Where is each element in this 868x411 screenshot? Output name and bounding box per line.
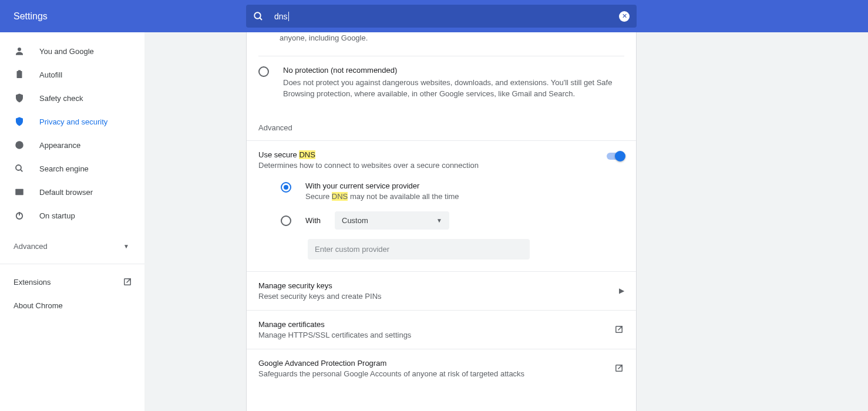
sidebar-item-label: Search engine (39, 164, 89, 173)
dns-option-with-custom[interactable]: With Custom ▼ (281, 207, 624, 234)
gapp-desc: Safeguards the personal Google Accounts … (258, 369, 524, 378)
sidebar-item-search-engine[interactable]: Search engine (0, 157, 144, 180)
svg-rect-8 (15, 189, 23, 196)
svg-point-0 (254, 12, 261, 19)
svg-point-6 (16, 165, 21, 170)
sidebar-item-label: You and Google (39, 47, 94, 56)
sidebar-about-chrome[interactable]: About Chrome (0, 294, 144, 317)
svg-rect-3 (17, 71, 22, 78)
sidebar-item-privacy-security[interactable]: Privacy and security (0, 110, 144, 133)
search-input[interactable]: dns (274, 12, 289, 21)
sidebar-advanced-label: Advanced (14, 242, 48, 251)
radio-unchecked-icon[interactable] (258, 66, 269, 77)
sidebar-item-label: Appearance (39, 141, 80, 150)
sidebar-item-safety-check[interactable]: Safety check (0, 86, 144, 110)
sidebar-item-label: Autofill (39, 70, 62, 79)
manage-certificates-row[interactable]: Manage certificates Manage HTTPS/SSL cer… (247, 311, 636, 349)
sidebar-item-on-startup[interactable]: On startup (0, 204, 144, 227)
search-icon (253, 11, 264, 22)
no-protection-title: No protection (not recommended) (283, 66, 624, 75)
advanced-section-header: Advanced (247, 109, 636, 140)
clipboard-icon (14, 69, 25, 80)
sidebar-item-label: Safety check (39, 94, 83, 103)
sidebar-item-label: Privacy and security (39, 117, 107, 126)
sidebar-item-label: Default browser (39, 188, 93, 197)
highlight: DNS (332, 192, 348, 201)
radio-unchecked-icon[interactable] (281, 215, 291, 226)
certificates-title: Manage certificates (258, 320, 411, 329)
palette-icon (14, 140, 25, 150)
power-icon (14, 210, 25, 221)
shield-icon (14, 116, 25, 127)
secure-dns-toggle[interactable] (607, 153, 624, 160)
security-keys-title: Manage security keys (258, 281, 382, 290)
certificates-desc: Manage HTTPS/SSL certificates and settin… (258, 331, 411, 339)
svg-point-5 (15, 141, 23, 149)
settings-content: anyone, including Google. No protection … (246, 32, 637, 411)
svg-rect-4 (18, 70, 21, 72)
sidebar-advanced-toggle[interactable]: Advanced ▼ (0, 234, 144, 258)
dns-with-label: With (305, 216, 321, 225)
chevron-down-icon: ▼ (123, 243, 129, 250)
custom-dns-input[interactable] (308, 239, 530, 260)
manage-security-keys-row[interactable]: Manage security keys Reset security keys… (247, 272, 636, 310)
svg-point-2 (18, 48, 21, 51)
search-container[interactable]: dns ✕ (246, 5, 637, 28)
page-title: Settings (14, 11, 48, 22)
no-protection-desc: Does not protect you against dangerous w… (283, 77, 624, 100)
chevron-down-icon: ▼ (436, 217, 442, 224)
external-link-icon (614, 363, 624, 373)
select-value: Custom (342, 216, 368, 225)
no-protection-option[interactable]: No protection (not recommended) Does not… (247, 56, 636, 109)
dns-provider-select[interactable]: Custom ▼ (335, 211, 449, 230)
sidebar-item-autofill[interactable]: Autofill (0, 63, 144, 86)
security-keys-desc: Reset security keys and create PINs (258, 292, 382, 301)
dns-option-current-provider[interactable]: With your current service provider Secur… (281, 176, 624, 207)
sidebar-item-label: On startup (39, 211, 75, 220)
dns-opt1-title: With your current service provider (305, 181, 624, 190)
svg-line-7 (21, 170, 22, 171)
search-icon (14, 163, 25, 174)
sidebar: You and Google Autofill Safety check Pri… (0, 32, 144, 411)
sidebar-item-appearance[interactable]: Appearance (0, 133, 144, 157)
gapp-title: Google Advanced Protection Program (258, 359, 524, 368)
secure-dns-title: Use secure DNS (258, 150, 607, 159)
dns-opt1-desc: Secure DNS may not be available all the … (305, 192, 624, 201)
secure-dns-row: Use secure DNS Determines how to connect… (247, 141, 636, 170)
external-link-icon (122, 277, 133, 287)
google-advanced-protection-row[interactable]: Google Advanced Protection Program Safeg… (247, 349, 636, 388)
highlight: DNS (299, 150, 315, 159)
sidebar-extensions-label: Extensions (14, 278, 51, 287)
sidebar-item-default-browser[interactable]: Default browser (0, 180, 144, 204)
person-icon (14, 46, 25, 56)
browser-icon (14, 187, 25, 197)
header: Settings dns ✕ (0, 0, 868, 32)
shield-check-icon (14, 93, 25, 103)
svg-line-1 (260, 18, 262, 20)
secure-dns-desc: Determines how to connect to websites ov… (258, 161, 607, 170)
external-link-icon (614, 324, 624, 335)
sidebar-extensions[interactable]: Extensions (0, 270, 144, 294)
clear-search-icon[interactable]: ✕ (619, 11, 630, 22)
chevron-right-icon: ▶ (619, 287, 624, 295)
truncated-text: anyone, including Google. (247, 32, 636, 56)
radio-checked-icon[interactable] (281, 182, 291, 193)
sidebar-about-label: About Chrome (14, 301, 63, 310)
sidebar-item-you-and-google[interactable]: You and Google (0, 39, 144, 63)
